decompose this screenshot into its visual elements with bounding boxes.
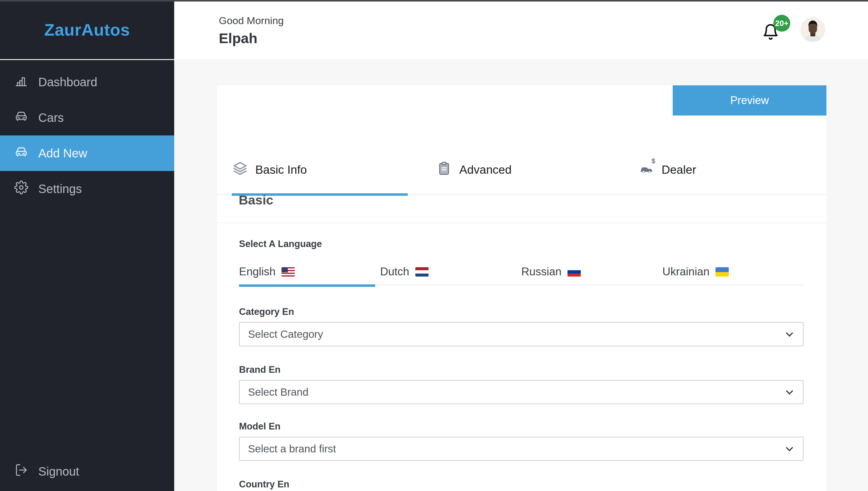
tab-basic-info[interactable]: Basic Info	[233, 145, 307, 194]
notification-count-badge[interactable]: 20+	[773, 15, 790, 32]
tab-dealer[interactable]: $ Dealer	[639, 145, 696, 194]
user-avatar[interactable]	[801, 17, 825, 42]
section-divider	[217, 223, 827, 223]
model-field: Model En Select a brand first	[239, 421, 804, 461]
language-select-label: Select A Language	[239, 238, 322, 250]
logout-icon	[14, 463, 28, 480]
bar-chart-icon	[14, 74, 28, 90]
tab-advanced[interactable]: Advanced	[437, 145, 512, 194]
category-select[interactable]: Select Category	[239, 322, 804, 346]
car-icon	[14, 109, 28, 126]
car-icon	[14, 145, 28, 162]
chevron-down-icon	[786, 329, 793, 337]
gear-icon	[14, 180, 28, 197]
model-label: Model En	[239, 421, 804, 432]
select-placeholder: Select Category	[248, 328, 323, 340]
username-text: Elpah	[219, 30, 257, 47]
greeting-text: Good Morning	[219, 15, 284, 27]
language-tab-ukrainian[interactable]: Ukrainian	[662, 259, 804, 285]
language-tab-label: Russian	[521, 265, 562, 278]
country-field: Country En	[239, 479, 804, 490]
chevron-down-icon	[786, 387, 793, 395]
brand-field: Brand En Select Brand	[239, 364, 804, 404]
sidebar-item-cars[interactable]: Cars	[0, 100, 174, 136]
sidebar-nav: Dashboard Cars	[0, 64, 174, 207]
language-tab-dutch[interactable]: Dutch	[380, 259, 521, 285]
sidebar-item-label: Add New	[38, 147, 87, 160]
sidebar-item-add-new[interactable]: Add New	[0, 136, 174, 171]
clipboard-icon	[437, 161, 451, 178]
top-header: Good Morning Elpah 20+	[174, 1, 868, 59]
sidebar-item-dashboard[interactable]: Dashboard	[0, 64, 174, 100]
sidebar-item-signout[interactable]: Signout	[0, 454, 174, 489]
ru-flag-icon	[567, 267, 581, 277]
language-tabs: English Dutch Russian Ukrainian	[239, 259, 804, 285]
language-tab-label: Dutch	[380, 265, 409, 278]
sidebar-item-settings[interactable]: Settings	[0, 171, 174, 207]
bell-icon	[762, 37, 779, 42]
language-tab-english[interactable]: English	[239, 259, 380, 285]
country-label: Country En	[239, 479, 804, 490]
tab-label: Advanced	[459, 163, 512, 176]
select-placeholder: Select a brand first	[248, 443, 336, 455]
section-title: Basic	[239, 193, 273, 207]
chevron-down-icon	[786, 444, 793, 451]
ua-flag-icon	[715, 267, 729, 277]
preview-button[interactable]: Preview	[673, 85, 827, 116]
nl-flag-icon	[415, 267, 429, 277]
form-tabs: Basic Info Advanced	[217, 145, 827, 195]
add-new-car-card: Preview Basic Info	[217, 85, 827, 491]
category-field: Category En Select Category	[239, 307, 804, 346]
brand-logo[interactable]: ZaurAutos	[44, 20, 130, 39]
sidebar-item-label: Cars	[38, 111, 64, 124]
model-select[interactable]: Select a brand first	[239, 437, 804, 461]
sidebar-item-label: Dashboard	[38, 76, 97, 89]
sidebar-item-label: Settings	[38, 182, 82, 196]
car-dollar-icon: $	[639, 161, 653, 178]
us-flag-icon	[281, 267, 295, 277]
tab-label: Basic Info	[255, 163, 307, 176]
dollar-sign: $	[652, 157, 655, 165]
language-tab-label: English	[239, 265, 276, 278]
brand-label: Brand En	[239, 364, 804, 375]
language-tab-russian[interactable]: Russian	[521, 259, 662, 285]
layers-icon	[233, 161, 247, 178]
language-tab-label: Ukrainian	[662, 265, 710, 278]
sidebar-item-label: Signout	[38, 465, 79, 478]
tab-label: Dealer	[661, 163, 696, 176]
sidebar: ZaurAutos Dashboard	[0, 0, 174, 491]
brand-select[interactable]: Select Brand	[239, 380, 804, 404]
select-placeholder: Select Brand	[248, 386, 308, 398]
brand-logo-wrap: ZaurAutos	[0, 0, 174, 60]
category-label: Category En	[239, 307, 804, 317]
main-area: Preview Basic Info	[174, 59, 868, 491]
window-top-strip	[0, 0, 868, 1]
